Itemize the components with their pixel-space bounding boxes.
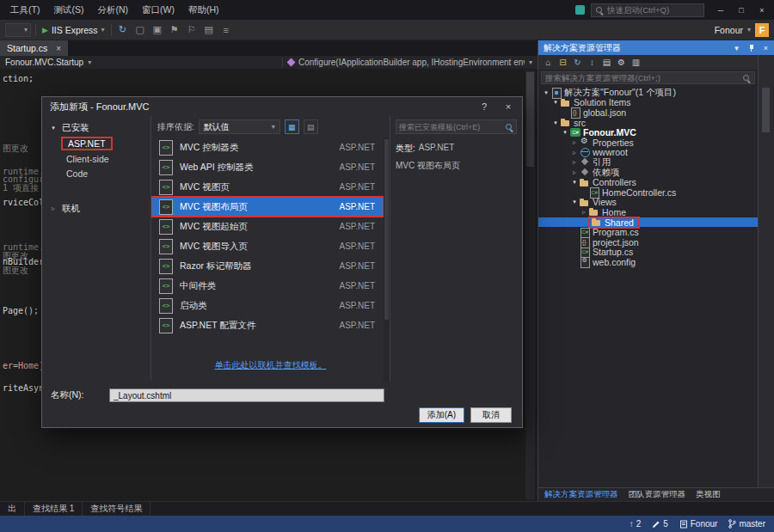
menu-test[interactable]: 测试(S)	[46, 1, 90, 20]
run-button[interactable]: ▶ IIS Express ▾	[40, 25, 107, 35]
view-list-button[interactable]: ▤	[304, 119, 318, 134]
quick-launch[interactable]	[591, 3, 704, 17]
tree-item-project-json[interactable]: project.json	[538, 237, 758, 248]
dialog-titlebar[interactable]: 添加新项 - Fonour.MVC ? ×	[42, 97, 522, 116]
feedback-icon[interactable]	[575, 5, 585, 15]
expander-icon[interactable]: ▾	[570, 199, 579, 205]
category-code[interactable]: Code	[61, 168, 93, 180]
save-icon[interactable]: ▣	[150, 24, 164, 35]
menu-window[interactable]: 窗口(W)	[135, 1, 181, 20]
properties-icon[interactable]: ⚙	[615, 58, 628, 67]
expander-icon[interactable]: ▾	[551, 119, 560, 126]
expander-icon[interactable]: ▾	[570, 179, 579, 186]
refresh-icon[interactable]: ↻	[571, 58, 584, 67]
template-list-scrollbar[interactable]	[384, 138, 390, 381]
window-position-icon[interactable]: ▾	[730, 41, 743, 54]
tree-item-startup-cs[interactable]: Startup.cs	[538, 248, 758, 258]
account-menu[interactable]: Fonour ▾ F	[715, 23, 769, 37]
show-all-files-icon[interactable]: ▤	[600, 58, 613, 67]
tab-output[interactable]: 出	[0, 502, 25, 516]
bookmark-outline-icon[interactable]: ⚐	[185, 24, 199, 35]
document-tab-startup[interactable]: Startup.cs ×	[0, 40, 68, 56]
publish-status[interactable]: ↑ 2	[630, 519, 642, 529]
maximize-button[interactable]: □	[731, 2, 752, 19]
solution-search-input[interactable]	[545, 73, 739, 83]
cancel-button[interactable]: 取消	[470, 407, 512, 423]
minimize-button[interactable]: ─	[710, 2, 731, 19]
template-middleware-class[interactable]: <>中间件类ASP.NET	[151, 276, 384, 296]
tree-item-src[interactable]: ▾src	[538, 118, 758, 128]
dialog-close-button[interactable]: ×	[496, 99, 520, 114]
tab-team-explorer[interactable]: 团队资源管理器	[624, 489, 691, 500]
expander-icon[interactable]: ▹	[570, 138, 579, 146]
solution-search[interactable]	[541, 71, 755, 84]
tree-item-controllers[interactable]: ▾Controllers	[538, 177, 758, 187]
template-mvc-view-page[interactable]: <>MVC 视图页ASP.NET	[151, 177, 384, 197]
preview-icon[interactable]: ▥	[630, 58, 642, 67]
browser-refresh-icon[interactable]: ↻	[116, 24, 130, 35]
breadcrumb-type-dropdown[interactable]: Fonour.MVC.Startup ▾	[5, 58, 277, 67]
tree-item-views-shared[interactable]: Shared	[538, 217, 758, 228]
template-search-input[interactable]	[399, 123, 502, 131]
tree-item-homecontroller-cs[interactable]: HomeController.cs	[538, 187, 758, 198]
branch-status[interactable]: master	[728, 519, 765, 529]
template-startup-class[interactable]: <>启动类ASP.NET	[151, 296, 384, 315]
scrollbar-thumb[interactable]	[762, 88, 770, 132]
tab-find-symbol-results[interactable]: 查找符号结果	[83, 502, 150, 516]
expander-icon[interactable]: ▾	[561, 129, 569, 136]
tree-item-project-fonour-mvc[interactable]: ▾Fonour.MVC	[538, 127, 758, 138]
avatar[interactable]: F	[755, 23, 769, 37]
expander-icon[interactable]: ▾	[551, 99, 560, 106]
online-templates-link[interactable]: 单击此处以联机并查找模板。	[151, 359, 390, 371]
installed-group[interactable]: ▾ 已安装	[42, 121, 150, 134]
tree-item-views[interactable]: ▾Views	[538, 198, 758, 208]
template-mvc-view-start-page[interactable]: <>MVC 视图起始页ASP.NET	[151, 217, 384, 236]
quick-launch-input[interactable]	[607, 5, 700, 15]
new-file-icon[interactable]: ▢	[133, 24, 147, 35]
online-group[interactable]: ▹ 联机	[42, 202, 150, 215]
editor-scrollbar[interactable]	[525, 70, 535, 499]
template-mvc-view-imports-page[interactable]: <>MVC 视图导入页ASP.NET	[151, 236, 384, 256]
menu-help[interactable]: 帮助(H)	[181, 1, 226, 20]
tree-item-global-json[interactable]: global.json	[538, 107, 758, 118]
solution-explorer-header[interactable]: 解决方案资源管理器 ▾ ×	[538, 40, 774, 55]
add-button[interactable]: 添加(A)	[419, 407, 464, 423]
name-input[interactable]	[109, 388, 384, 402]
history-dropdown[interactable]: ▾	[5, 23, 31, 37]
category-client-side[interactable]: Client-side	[61, 153, 114, 165]
category-asp-net[interactable]: ASP.NET	[61, 137, 113, 150]
breadcrumb-member-dropdown[interactable]: Configure(IApplicationBuilder app, IHost…	[282, 58, 532, 67]
dialog-help-button[interactable]: ?	[472, 99, 496, 114]
expander-icon[interactable]: ▹	[570, 158, 579, 166]
tab-find-results-1[interactable]: 查找结果 1	[25, 502, 83, 516]
pending-edits[interactable]: 5	[652, 519, 668, 529]
close-button[interactable]: ×	[752, 2, 772, 19]
scrollbar-thumb[interactable]	[384, 139, 389, 320]
close-panel-icon[interactable]: ×	[759, 41, 772, 54]
menu-analyze[interactable]: 分析(N)	[90, 1, 135, 20]
expander-icon[interactable]: ▾	[542, 89, 550, 96]
tree-item-properties[interactable]: ▹Properties	[538, 138, 758, 148]
outline-icon[interactable]: ≡	[219, 25, 233, 35]
tree-item-solution-items[interactable]: ▾Solution Items	[538, 98, 758, 108]
panel-scrollbar[interactable]	[758, 55, 774, 487]
sync-icon[interactable]: ↕	[586, 58, 599, 67]
collapse-all-icon[interactable]: ⊟	[556, 58, 569, 67]
tree-item-views-home[interactable]: ▹Home	[538, 207, 758, 217]
tree-item-solution-fonour[interactable]: ▾解决方案"Fonour"(1 个项目)	[538, 88, 758, 98]
menu-tools[interactable]: 工具(T)	[3, 1, 46, 20]
expander-icon[interactable]: ▹	[570, 168, 579, 176]
repository-status[interactable]: Fonour	[679, 519, 718, 529]
expander-icon[interactable]: ▹	[580, 208, 588, 216]
home-icon[interactable]: ⌂	[542, 58, 555, 67]
template-aspnet-configuration-file[interactable]: <>ASP.NET 配置文件ASP.NET	[151, 315, 384, 335]
template-razor-tag-helper[interactable]: <>Razor 标记帮助器ASP.NET	[151, 256, 384, 276]
tree-item-references[interactable]: ▹引用	[538, 157, 758, 168]
scrollbar-thumb[interactable]	[526, 72, 534, 167]
tree-item-web-config[interactable]: web.config	[538, 257, 758, 267]
list-icon[interactable]: ▤	[202, 24, 216, 35]
pin-icon[interactable]	[745, 41, 758, 54]
tab-solution-explorer[interactable]: 解决方案资源管理器	[540, 489, 623, 500]
expander-icon[interactable]: ▹	[570, 149, 579, 156]
view-grid-button[interactable]: ▦	[285, 119, 299, 134]
